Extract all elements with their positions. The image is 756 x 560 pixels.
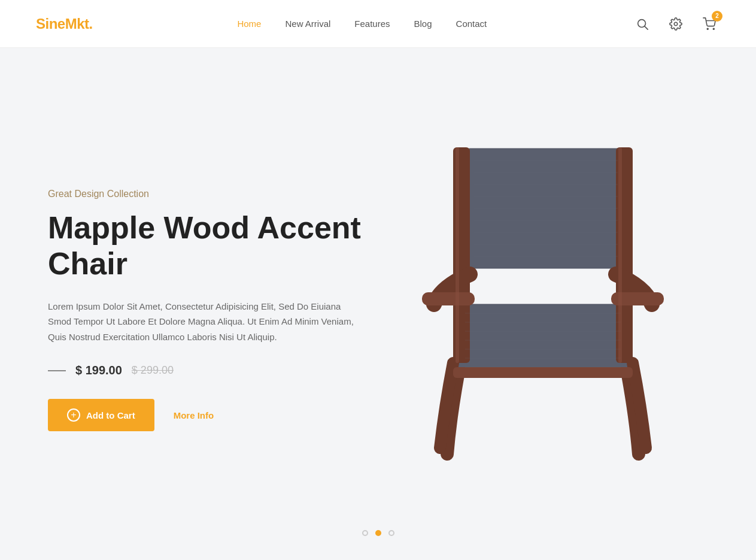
svg-rect-30 [456,147,459,363]
hero-actions: + Add to Cart More Info [48,399,378,431]
hero-image [378,48,709,560]
dot-2[interactable] [375,530,381,536]
plus-icon: + [67,408,80,422]
hero-section: Great Design Collection Mapple Wood Acce… [0,48,756,560]
price-current: $ 199.00 [75,364,122,377]
logo: SineMkt. [36,16,93,32]
nav-item-blog[interactable]: Blog [414,19,432,29]
search-button[interactable] [631,13,653,35]
hero-content: Great Design Collection Mapple Wood Acce… [48,177,378,431]
logo-text-plain: Sine [36,16,65,32]
nav-item-features[interactable]: Features [354,19,390,29]
add-to-cart-button[interactable]: + Add to Cart [48,399,154,431]
carousel-dots [362,530,394,536]
dot-1[interactable] [362,530,368,536]
nav-item-new-arrival[interactable]: New Arrival [285,19,330,29]
nav-item-home[interactable]: Home [237,19,261,29]
chair-illustration [387,131,699,478]
svg-rect-31 [618,147,622,363]
cart-button[interactable]: 2 [699,13,720,35]
search-icon [636,17,649,31]
svg-rect-11 [422,292,475,305]
hero-price: $ 199.00 $ 299.00 [48,364,378,377]
logo-text-highlight: Mkt. [65,16,93,32]
more-info-button[interactable]: More Info [174,410,214,420]
add-to-cart-label: Add to Cart [86,410,135,420]
main-nav: Home New Arrival Features Blog Contact [237,19,487,29]
svg-point-2 [674,22,678,26]
gear-icon [669,17,682,31]
settings-button[interactable] [665,13,687,35]
dot-3[interactable] [388,530,394,536]
price-dash [48,370,66,371]
hero-subtitle: Great Design Collection [48,189,378,199]
header: SineMkt. Home New Arrival Features Blog … [0,0,756,48]
cart-badge: 2 [712,11,722,22]
svg-rect-13 [453,367,633,378]
hero-title: Mapple Wood Accent Chair [48,210,378,282]
price-original: $ 299.00 [132,364,174,377]
nav-item-contact[interactable]: Contact [456,19,487,29]
svg-point-3 [707,28,708,29]
header-icons: 2 [631,13,720,35]
svg-line-1 [645,26,648,29]
svg-point-4 [713,28,714,29]
hero-description: Lorem Ipsum Dolor Sit Amet, Consectetur … [48,299,359,345]
